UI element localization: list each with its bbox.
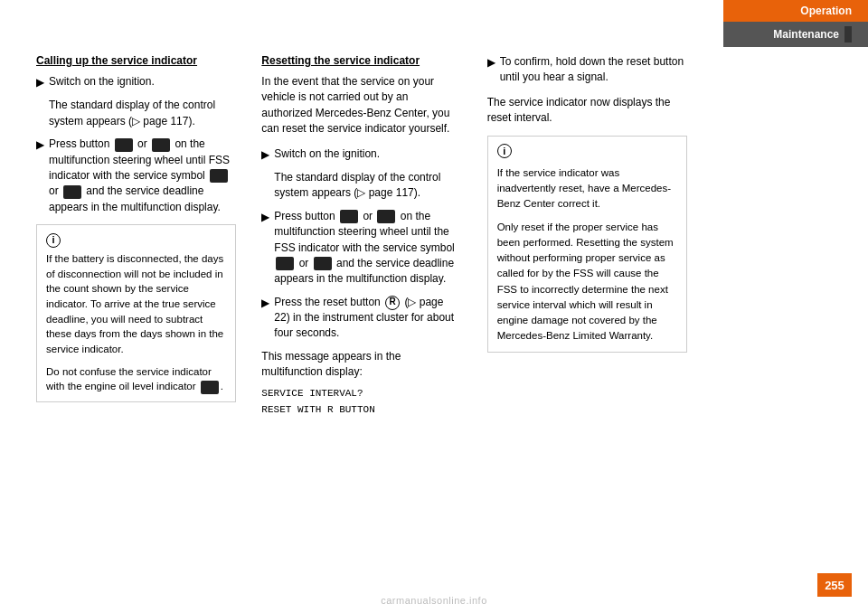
middle-arrow-2: ▶ xyxy=(261,210,269,225)
middle-section-title: Resetting the service indicator xyxy=(261,54,461,67)
right-indent-1: The service indicator now displays the r… xyxy=(487,95,687,127)
middle-btn-icon-2 xyxy=(377,210,395,223)
service-symbol-1 xyxy=(210,169,228,183)
maintenance-bar xyxy=(844,26,852,42)
right-column: ▶ To confirm, hold down the reset button… xyxy=(487,54,687,559)
reset-btn-icon: R xyxy=(385,296,400,310)
left-column: Calling up the service indicator ▶ Switc… xyxy=(36,54,236,559)
right-info-icon: i xyxy=(497,144,512,158)
left-bullet-1: ▶ Switch on the ignition. xyxy=(36,74,236,90)
left-info-icon: i xyxy=(46,233,61,248)
middle-message-intro: This message appears in the multifunctio… xyxy=(261,349,461,381)
watermark: carmanualsonline.info xyxy=(381,595,487,606)
left-info-box: i If the battery is disconnected, the da… xyxy=(36,224,236,402)
middle-btn-icon-1 xyxy=(340,210,358,223)
middle-service-sym-2 xyxy=(314,257,332,270)
left-section-title: Calling up the service indicator xyxy=(36,54,236,67)
button-icon-2 xyxy=(152,138,170,152)
right-bullet-text-1: To confirm, hold down the reset button u… xyxy=(500,54,687,86)
middle-bullet-2: ▶ Press button or on the multifunction s… xyxy=(261,209,461,288)
right-bullet-1: ▶ To confirm, hold down the reset button… xyxy=(487,54,687,86)
middle-bullet-3: ▶ Press the reset button R (▷ page 22) i… xyxy=(261,295,461,342)
right-info-text-1: If the service indicator was inadvertent… xyxy=(497,165,677,212)
left-indent-1: The standard display of the control syst… xyxy=(49,98,236,129)
page-number: 255 xyxy=(817,573,852,597)
left-info-text: If the battery is disconnected, the days… xyxy=(46,251,226,357)
left-arrow-1: ▶ xyxy=(36,75,44,90)
service-code-1: SERVICE INTERVAL? xyxy=(261,388,461,399)
left-bullet-2: ▶ Press button or on the multifunction s… xyxy=(36,137,236,215)
tab-maintenance: Maintenance xyxy=(723,22,868,47)
oil-icon xyxy=(201,381,219,394)
middle-bullet-text-2: Press button or on the multifunction ste… xyxy=(274,209,461,288)
right-arrow-1: ▶ xyxy=(487,55,495,71)
service-code-2: RESET WITH R BUTTON xyxy=(261,404,461,415)
main-content: Calling up the service indicator ▶ Switc… xyxy=(36,54,687,559)
middle-bullet-text-1: Switch on the ignition. xyxy=(274,146,461,162)
operation-label: Operation xyxy=(800,5,852,17)
middle-column: Resetting the service indicator In the e… xyxy=(261,54,461,559)
header-tabs: Operation Maintenance xyxy=(723,0,868,47)
right-info-box: i If the service indicator was inadverte… xyxy=(487,136,687,353)
tab-operation: Operation xyxy=(723,0,868,22)
button-icon-1 xyxy=(115,138,133,152)
left-bullet-text-2: Press button or on the multifunction ste… xyxy=(49,137,236,215)
left-info-text-2: Do not confuse the service indicator wit… xyxy=(46,364,226,394)
left-arrow-2: ▶ xyxy=(36,137,44,153)
maintenance-label: Maintenance xyxy=(773,28,839,41)
middle-bullet-1: ▶ Switch on the ignition. xyxy=(261,146,461,163)
left-bullet-text-1: Switch on the ignition. xyxy=(49,74,236,90)
middle-arrow-3: ▶ xyxy=(261,296,269,311)
middle-intro: In the event that the service on your ve… xyxy=(261,74,461,137)
middle-service-sym-1 xyxy=(276,257,294,270)
middle-bullet-text-3: Press the reset button R (▷ page 22) in … xyxy=(274,295,461,342)
middle-indent-1: The standard display of the control syst… xyxy=(274,170,461,202)
middle-arrow-1: ▶ xyxy=(261,147,269,163)
right-info-text-2: Only reset if the proper service has bee… xyxy=(497,220,677,344)
service-symbol-2 xyxy=(63,185,81,199)
